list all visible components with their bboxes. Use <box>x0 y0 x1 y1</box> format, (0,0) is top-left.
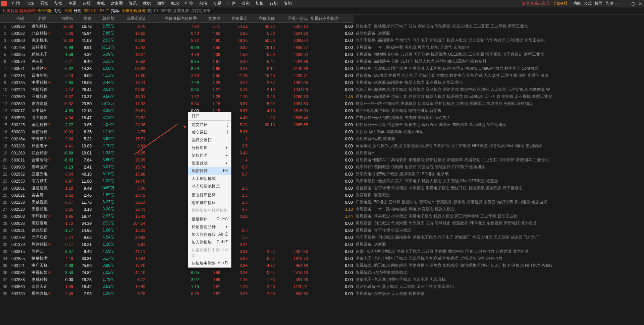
ctx-filter[interactable]: 范围过滤▸ <box>188 159 231 167</box>
ctx-del-block[interactable]: 从板块中删除Alt+D <box>188 260 231 267</box>
table-row[interactable]: 18603286日盈电子4.4119.892.79亿8.832.360.983.… <box>0 142 644 149</box>
ctx-adjust[interactable]: 复权处理▸ <box>188 152 231 159</box>
menu-前沿[interactable]: 前沿 <box>197 0 210 7</box>
back-icon[interactable]: ← <box>616 1 621 6</box>
table-row[interactable]: 12002889东方嘉盛10.0223.506872万11.335.341.16… <box>0 100 644 107</box>
table-row[interactable]: 14603598引力传媒4.9418.478.13亿23.520.001.144… <box>0 114 644 121</box>
table-row[interactable]: 4601798蓝科高新-9.999.919711万15.42-9.993.560… <box>0 44 644 51</box>
tool-功能[interactable]: 功能 <box>573 1 581 6</box>
tool-公式[interactable]: 公式 <box>584 1 592 6</box>
table-row[interactable]: 16600083博信股份10.036.361.11亿8.75-0.521.075… <box>0 128 644 135</box>
table-row[interactable]: 38600560金自天正1.9916.422.61亿19.89-1.150.57… <box>0 283 644 290</box>
ctx-prev-day[interactable]: 前交易日[ <box>188 121 231 129</box>
table-row[interactable]: 32001379腾达科技R0.1718.211.28亿8.91-1.100.60… <box>0 241 644 248</box>
table-row[interactable]: 7600571信雅达R-6.3214.3810.8亿53.83-8.731.66… <box>0 65 644 72</box>
col-header[interactable]: 涨幅% <box>54 15 74 23</box>
menu-期货[interactable]: 期货 <box>154 0 168 7</box>
table-row[interactable]: 29000628高新发展1.7264.3927.3亿104.54-2.840.6… <box>0 220 644 227</box>
menu-市场[interactable]: 市场 <box>23 0 37 7</box>
col-header[interactable] <box>0 15 10 23</box>
menu-资讯[interactable]: 资讯 <box>126 0 140 7</box>
close-icon[interactable]: ✕ <box>638 1 643 6</box>
table-row[interactable]: 13000017深中华A-4.6912.188.33亿30.610.001.15… <box>0 107 644 114</box>
menu-发现[interactable]: 发现 <box>94 0 107 7</box>
login-warning: 证券交易未登录 <box>522 1 550 6</box>
ctx-refresh[interactable]: 刷新计算F8 <box>188 167 231 175</box>
table-row[interactable]: 5600355精伦电子-1.594.325.39亿18.274.782.091.… <box>0 51 644 58</box>
menu-研究[interactable]: 研究 <box>239 0 252 7</box>
table-row[interactable]: 24002861瀛通通讯1.289.498489万7.06-1.490.742.… <box>0 185 644 192</box>
table-row[interactable]: 19001268联合精密-0.6819.011.34亿6.95-0.990.89… <box>0 149 644 156</box>
menu-数据[interactable]: 数据 <box>140 0 154 7</box>
col-header[interactable]: 竞价涨幅竞价换手↓ <box>147 15 200 23</box>
table-row[interactable]: 17002164宁波东力R3.885.323.62亿15.713.111.061… <box>0 135 644 142</box>
ctx-ai-refresh[interactable]: 人工刷新模式 <box>188 175 231 183</box>
table-row[interactable]: 3603960克来机电10.0041.0320.3亿60.685.924.802… <box>0 37 644 44</box>
table-row[interactable]: 37002888惠威科技0.0016.231.79亿8.72-3.920.591… <box>0 276 644 283</box>
col-header[interactable]: 至尊一进二 <box>276 15 309 23</box>
table-row[interactable]: 25002621美吉姆9.822.461.89亿18.720.000.721.5… <box>0 192 644 199</box>
menu-行业[interactable]: 行业 <box>182 0 196 7</box>
ctx-batch[interactable]: 批量操作Ctrl+A <box>188 215 231 223</box>
ctx-fav[interactable]: 加入到自选股Alt+Z <box>188 231 231 239</box>
table-row[interactable]: 39603789星光农机R2.457.931.26亿8.780.780.573.… <box>0 290 644 297</box>
ctx-open[interactable]: 打开 <box>188 112 231 120</box>
menu-行切[interactable]: 行切 <box>267 0 280 7</box>
col-header[interactable]: 收盘 <box>74 15 93 23</box>
ctx-del-index: 删除附加的排序指标 <box>188 207 231 214</box>
col-header[interactable]: 竞价金额 <box>249 15 276 23</box>
table-row[interactable]: 21000908景峰医药-1.232.413.01亿15.744.920.840… <box>0 164 644 171</box>
menu-选股[interactable]: 选股 <box>80 0 93 7</box>
table-row[interactable]: 6600579克劳斯0.718.495.33亿15.53-9.851.970.3… <box>0 58 644 65</box>
table-row[interactable]: 33000815美利云-3.079.464.59亿41.11-6.150.600… <box>0 248 644 255</box>
col-header[interactable]: 竞价量比 <box>222 15 249 23</box>
table-row[interactable]: 15600225卓朗科技R-3.273.854.07亿33.365.281.10… <box>0 121 644 128</box>
menu-资切[interactable]: 资切 <box>281 0 294 7</box>
table-row[interactable]: 34002855捷荣技术4.1630.816.17亿16.943.480.595… <box>0 255 644 262</box>
table-row[interactable]: 11002559亚威股份5.0710.379.56亿45.311.321.251… <box>0 93 644 100</box>
col-header[interactable]: 代码 <box>10 15 30 23</box>
menu-主题[interactable]: 主题 <box>66 0 79 7</box>
minimize-icon[interactable]: — <box>623 1 628 6</box>
table-row[interactable]: 22002952亚世光电8.5440.186.10亿17.88-2.190.78… <box>0 171 644 178</box>
maximize-icon[interactable]: ▢ <box>631 1 635 6</box>
table-row[interactable]: 2603082北自科技R7.2645.947.85亿13.620.404.832… <box>0 30 644 37</box>
ctx-choose-day[interactable]: 选择交易日 <box>188 136 231 144</box>
menu-看盘[interactable]: 看盘 <box>38 0 51 7</box>
menu-概念[interactable]: 概念 <box>168 0 182 7</box>
table-row[interactable]: 30002931锋龙股份-1.7714.951.96亿12.23-4.730.6… <box>0 227 644 234</box>
col-header[interactable]: 名称 <box>30 15 54 23</box>
table-row[interactable]: 1603933睿能科技10.0016.722.55亿9.767.835.7154… <box>0 23 644 30</box>
table-row[interactable]: 35603721中广天择-2.6625.963.88亿17.20-5.510.5… <box>0 262 644 269</box>
table-row[interactable]: 31002708光洋股份2.748.624.54亿20.93-4.650.601… <box>0 234 644 241</box>
ctx-next-day[interactable]: 后交易日] <box>188 129 231 136</box>
col-header[interactable]: 竞胜率 <box>200 15 222 23</box>
tool-选项[interactable]: 选项 <box>605 1 613 6</box>
table-row[interactable]: 23002553南方精工9.9711.801.09亿19.766.150.760… <box>0 178 644 185</box>
table-row[interactable]: 8002313日海智能6.199.094.13亿17.802.801.5021.… <box>0 72 644 79</box>
ctx-period[interactable]: 分析周期▸ <box>188 144 231 152</box>
ctx-mark[interactable]: 标记当前品种▸ <box>188 223 231 231</box>
ctx-add-index[interactable]: 附加排序指标 <box>188 199 231 207</box>
ctx-change-index[interactable]: 更改排序指标 <box>188 191 231 199</box>
table-row[interactable]: 26002238天威视讯0.7711.756.27亿32.142.740.681… <box>0 199 644 206</box>
col-header[interactable]: 流通市值Z <box>116 15 147 23</box>
stock-table: 代码名称涨幅%收盘总金额流通市值Z竞价涨幅竞价换手↓竞胜率竞价量比竞价金额至尊一… <box>0 15 644 297</box>
table-row[interactable]: 20603011合锻智能R-6.037.643.80亿26.053.690.85… <box>0 156 644 164</box>
col-header[interactable]: 总金额 <box>93 15 116 23</box>
menu-交易[interactable]: 交易 <box>211 0 224 7</box>
table-row[interactable]: 10002229鸿博股份4.1426.4430.1亿97.60-0.041.27… <box>0 86 644 93</box>
ctx-block[interactable]: 加入到板块Ctrl+Z <box>188 239 231 246</box>
ctx-pool-mode[interactable]: 动态股票池模式 <box>188 183 231 190</box>
table-row[interactable]: 28002903宇环数控R1.9619.742.97亿16.432.010.65… <box>0 213 644 220</box>
menu-问达[interactable]: 问达 <box>225 0 238 7</box>
menu-复盘[interactable]: 复盘 <box>52 0 65 7</box>
menu-财富圈[interactable]: 财富圈 <box>108 0 125 7</box>
table-row[interactable]: 9603135中重科技R-2.8018.083.44亿16.74-7.261.2… <box>0 79 644 86</box>
menu-行情[interactable]: 行情 <box>9 0 23 7</box>
menu-切换[interactable]: 切换 <box>253 0 266 7</box>
table-row[interactable]: 27002523天桥起重3.253.183.28亿30.732.920.654.… <box>0 206 644 213</box>
tool-版面[interactable]: 版面 <box>594 1 602 6</box>
table-row[interactable]: 36600088中视传媒R-3.5024.827.02亿44.10-6.650.… <box>0 269 644 276</box>
col-header[interactable]: 所属行业和概念 <box>309 15 354 23</box>
